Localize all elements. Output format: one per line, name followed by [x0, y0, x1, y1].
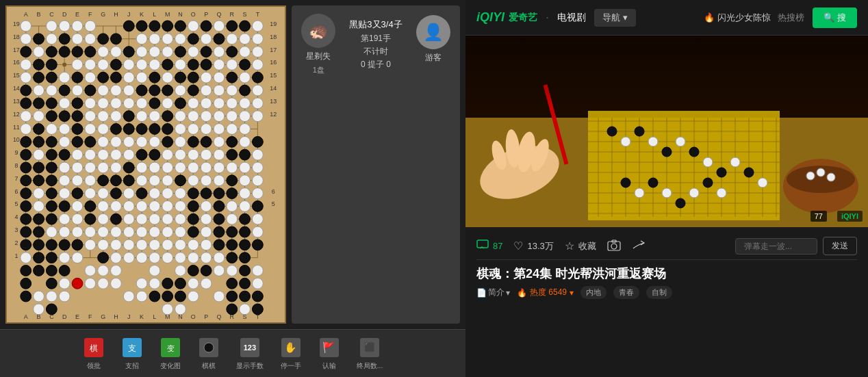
- tool-lingpi[interactable]: 棋 领批: [83, 337, 105, 371]
- svg-point-166: [72, 98, 83, 109]
- tool-pauseone[interactable]: ✋ 停一手: [280, 337, 302, 371]
- svg-point-202: [21, 175, 31, 186]
- svg-text:18: 18: [270, 34, 277, 40]
- svg-point-374: [252, 149, 263, 160]
- svg-point-204: [46, 175, 57, 186]
- svg-point-187: [188, 136, 199, 147]
- tool-showmoves[interactable]: 123 显示手数: [236, 337, 264, 371]
- iqiyi-logo[interactable]: iQIYI 爱奇艺: [476, 10, 537, 25]
- svg-point-246: [227, 239, 238, 250]
- black-player-name: 星剃失: [306, 51, 331, 62]
- tag-genre[interactable]: 青春: [613, 286, 639, 299]
- tool-scoring[interactable]: ⬛ 终局数...: [357, 337, 383, 371]
- svg-point-444: [175, 226, 186, 237]
- share-button[interactable]: [632, 239, 646, 254]
- hot-search-area[interactable]: 🔥 闪光少女陈惊 热搜榜: [704, 12, 804, 24]
- svg-point-262: [21, 34, 31, 44]
- favorite-button[interactable]: ☆ 收藏: [565, 239, 596, 252]
- svg-point-433: [252, 213, 263, 224]
- tag-type[interactable]: 自制: [646, 286, 672, 299]
- tool-qiqi[interactable]: 棋棋: [198, 337, 220, 371]
- svg-point-234: [21, 226, 31, 237]
- svg-point-269: [162, 34, 173, 44]
- svg-point-412: [72, 200, 83, 211]
- svg-point-359: [149, 136, 160, 147]
- svg-point-168: [175, 98, 186, 109]
- svg-point-252: [227, 252, 238, 263]
- svg-point-432: [227, 213, 238, 224]
- svg-point-395: [162, 175, 173, 186]
- svg-point-397: [201, 175, 212, 186]
- svg-point-152: [188, 72, 199, 83]
- svg-point-316: [59, 98, 70, 109]
- svg-point-320: [123, 98, 134, 109]
- svg-point-285: [21, 60, 31, 70]
- scoring-icon: ⬛: [359, 337, 381, 359]
- white-player-info: 👤 游客: [416, 15, 450, 75]
- svg-point-240: [21, 239, 31, 250]
- iqiyi-logo-chinese: 爱奇艺: [509, 12, 537, 24]
- svg-point-164: [34, 98, 44, 109]
- search-button[interactable]: 🔍 搜: [813, 8, 857, 28]
- svg-text:K: K: [140, 11, 144, 18]
- comment-button[interactable]: 87: [476, 239, 502, 252]
- iqiyi-logo-icon: iQIYI: [476, 10, 505, 25]
- svg-text:J: J: [127, 313, 130, 320]
- svg-point-261: [252, 21, 263, 31]
- board-area: A B C D E F G H J K L M N O P Q R S T: [0, 0, 465, 329]
- go-board-container[interactable]: A B C D E F G H J K L M N O P Q R S T: [5, 5, 286, 324]
- black-player-avatar: 🦔: [301, 14, 335, 48]
- svg-text:3: 3: [14, 226, 18, 233]
- svg-text:2: 2: [14, 239, 18, 246]
- svg-point-362: [240, 136, 251, 147]
- episode-badge: 77: [810, 211, 827, 222]
- video-player[interactable]: iQIYI 77: [465, 36, 868, 227]
- tool-resign[interactable]: 🚩 认输: [318, 337, 340, 371]
- svg-point-383: [175, 162, 186, 173]
- tag-region[interactable]: 内地: [580, 286, 607, 299]
- svg-point-493: [162, 278, 173, 289]
- svg-text:12: 12: [270, 111, 277, 118]
- svg-point-182: [34, 136, 44, 147]
- danmaku-input[interactable]: [735, 238, 817, 255]
- intro-dropdown[interactable]: 📄 简介 ▾: [476, 287, 510, 298]
- screenshot-button[interactable]: [607, 239, 621, 254]
- video-title: 棋魂：第24集 时光帮洪河重返赛场: [476, 260, 857, 286]
- players-header: 🦔 星剃失 1盘 黑贴3又3/4子 第191手 不计时 0 提子 0 👤 游客: [300, 14, 452, 75]
- svg-point-435: [59, 226, 70, 237]
- svg-point-230: [111, 213, 122, 224]
- svg-point-427: [136, 213, 147, 224]
- svg-point-155: [21, 85, 31, 96]
- svg-text:A: A: [24, 11, 28, 18]
- like-button[interactable]: ♡ 13.3万: [513, 239, 553, 252]
- send-button[interactable]: 发送: [823, 237, 857, 255]
- svg-point-379: [111, 162, 122, 173]
- svg-point-569: [635, 188, 644, 198]
- white-player-name: 游客: [425, 52, 442, 64]
- svg-point-511: [227, 291, 238, 302]
- svg-point-367: [111, 149, 122, 160]
- heat-indicator[interactable]: 🔥 热度 6549 ▾: [517, 287, 574, 298]
- svg-point-330: [34, 111, 44, 122]
- svg-point-241: [34, 239, 44, 250]
- svg-point-144: [240, 60, 251, 70]
- tool-bianhuatu[interactable]: 变 变化图: [159, 337, 181, 371]
- svg-point-447: [85, 239, 96, 250]
- showmoves-label: 显示手数: [236, 361, 264, 371]
- svg-text:6: 6: [272, 188, 275, 195]
- svg-point-431: [201, 213, 212, 224]
- svg-point-465: [175, 252, 186, 263]
- svg-point-472: [46, 265, 57, 276]
- svg-point-336: [175, 111, 186, 122]
- move-number: 第191手: [349, 32, 402, 45]
- tool-zhizhao[interactable]: 支 支招: [121, 337, 143, 371]
- svg-text:R: R: [230, 11, 235, 18]
- svg-point-172: [123, 111, 134, 122]
- svg-point-308: [98, 85, 109, 96]
- svg-point-349: [188, 124, 199, 135]
- svg-text:15: 15: [13, 72, 20, 79]
- svg-point-253: [240, 252, 251, 263]
- svg-point-196: [227, 149, 238, 160]
- svg-point-312: [201, 85, 212, 96]
- nav-button[interactable]: 导航 ▾: [594, 9, 636, 27]
